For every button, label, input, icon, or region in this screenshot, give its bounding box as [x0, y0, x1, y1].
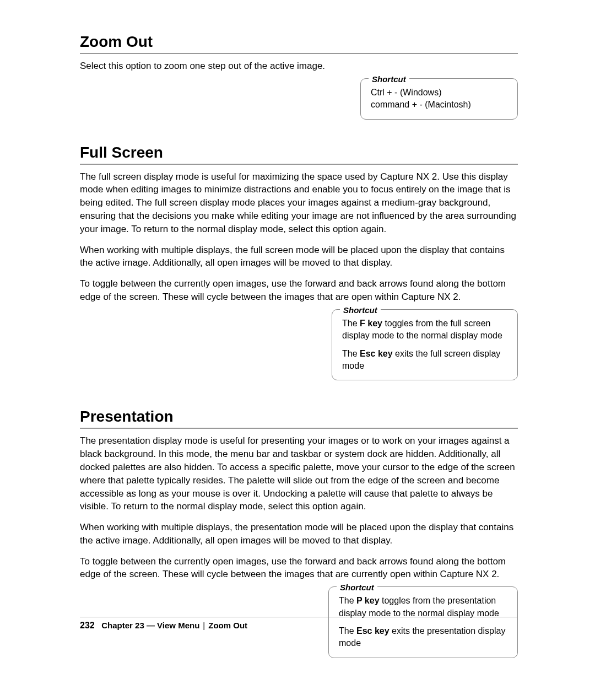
shortcut-label: Shortcut [340, 304, 381, 316]
shortcut-box-full-screen: Shortcut The F key toggles from the full… [332, 309, 518, 381]
shortcut-label: Shortcut [337, 581, 377, 593]
shortcut-entry: The F key toggles from the full screen d… [342, 317, 507, 342]
section-title-full-screen: Full Screen [80, 144, 518, 161]
footer-rule [80, 617, 518, 617]
footer-topic: Zoom Out [208, 621, 247, 630]
presentation-p1: The presentation display mode is useful … [80, 434, 518, 513]
footer-separator: | [203, 621, 205, 630]
full-screen-p3: To toggle between the currently open ima… [80, 277, 518, 304]
footer-chapter: Chapter 23 — View Menu [101, 621, 199, 630]
key-name: Esc key [356, 626, 390, 636]
shortcut-entry: The Esc key exits the presentation displ… [339, 625, 507, 650]
section-rule [80, 428, 518, 429]
presentation-p2: When working with multiple displays, the… [80, 521, 518, 547]
shortcut-box-zoom-out: Shortcut Ctrl + - (Windows) command + - … [360, 78, 518, 120]
shortcut-line: Ctrl + - (Windows) [371, 87, 507, 99]
full-screen-p1: The full screen display mode is useful f… [80, 170, 518, 236]
shortcut-entry: The P key toggles from the presentation … [339, 595, 507, 620]
key-name: Esc key [360, 349, 393, 358]
key-name: P key [356, 596, 380, 605]
text: The [339, 596, 356, 605]
section-title-presentation: Presentation [80, 408, 518, 426]
presentation-p3: To toggle between the currently open ima… [80, 555, 518, 581]
shortcut-label: Shortcut [369, 73, 409, 85]
page-footer: 232 Chapter 23 — View Menu|Zoom Out [80, 621, 247, 631]
section-rule [80, 164, 518, 165]
text: The [342, 319, 360, 328]
zoom-out-body: Select this option to zoom one step out … [80, 60, 518, 73]
full-screen-p2: When working with multiple displays, the… [80, 244, 518, 270]
page-number: 232 [80, 621, 95, 630]
text: The [342, 349, 360, 358]
shortcut-box-presentation: Shortcut The P key toggles from the pres… [328, 586, 518, 658]
text: The [339, 626, 356, 636]
section-title-zoom-out: Zoom Out [80, 33, 518, 51]
key-name: F key [360, 319, 382, 328]
shortcut-line: command + - (Macintosh) [371, 99, 507, 111]
shortcut-entry: The Esc key exits the full screen displa… [342, 348, 507, 373]
section-rule [80, 53, 518, 54]
